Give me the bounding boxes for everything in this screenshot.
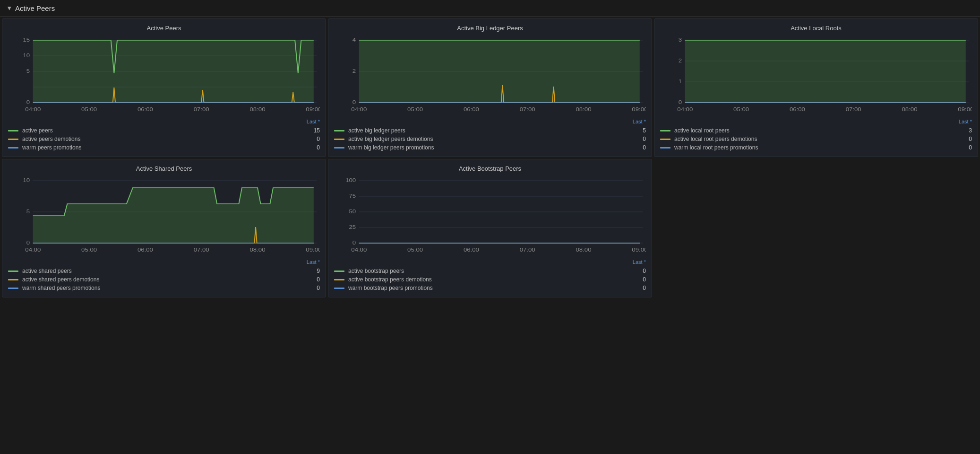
legend-value: 0 <box>969 136 972 142</box>
legend-label: active shared peers demotions <box>22 276 99 283</box>
legend-color-yellow <box>660 139 671 140</box>
svg-text:07:00: 07:00 <box>520 107 536 112</box>
chart-title-local-roots: Active Local Roots <box>660 25 972 32</box>
svg-text:25: 25 <box>349 225 356 230</box>
section-title: Active Peers <box>15 4 55 12</box>
legend-value: 0 <box>643 285 646 291</box>
svg-text:0: 0 <box>26 100 30 105</box>
legend-value: 0 <box>643 268 646 274</box>
legend-color-green <box>8 130 18 131</box>
last-label-active-peers: Last * <box>8 119 320 124</box>
last-label-local-roots: Last * <box>660 119 972 124</box>
svg-text:10: 10 <box>23 178 30 183</box>
legend-color-yellow <box>8 139 18 140</box>
legend-color-yellow <box>334 279 344 280</box>
chart-area-shared-peers: 10 5 0 04:00 05:00 06:00 07:00 08:00 09:… <box>8 176 320 256</box>
legend-color-blue <box>660 147 671 148</box>
svg-text:07:00: 07:00 <box>194 107 210 112</box>
legend-row: active bootstrap peers demotions 0 <box>334 276 646 283</box>
legend-color-blue <box>8 147 18 148</box>
legend-color-green <box>660 130 671 131</box>
legend-value: 0 <box>643 136 646 142</box>
legend-value: 9 <box>317 268 320 274</box>
chart-title-active-big-ledger-peers: Active Big Ledger Peers <box>334 25 646 32</box>
svg-text:06:00: 06:00 <box>790 107 806 112</box>
svg-text:05:00: 05:00 <box>733 107 749 112</box>
svg-text:09:00: 09:00 <box>306 107 320 112</box>
legend-row: warm big ledger peers promotions 0 <box>334 144 646 151</box>
legend-row: active shared peers demotions 0 <box>8 276 320 283</box>
legend-color-green <box>334 130 344 131</box>
legend-bootstrap-peers: active bootstrap peers 0 active bootstra… <box>334 268 646 291</box>
svg-text:05:00: 05:00 <box>81 247 97 253</box>
legend-label: active peers demotions <box>22 136 80 142</box>
svg-text:05:00: 05:00 <box>81 107 97 112</box>
svg-marker-15 <box>33 40 314 103</box>
svg-text:05:00: 05:00 <box>407 107 423 112</box>
legend-color-blue <box>334 288 344 289</box>
legend-color-green <box>334 271 344 272</box>
legend-label: warm big ledger peers promotions <box>348 144 434 151</box>
svg-text:08:00: 08:00 <box>902 107 918 112</box>
svg-text:09:00: 09:00 <box>632 247 646 253</box>
legend-label: active shared peers <box>22 268 72 274</box>
svg-text:04:00: 04:00 <box>677 107 693 112</box>
chart-area-bootstrap-peers: 100 75 50 25 0 04:00 05:00 06:00 07:00 0… <box>334 176 646 256</box>
legend-value: 0 <box>317 136 320 142</box>
legend-label: active big ledger peers <box>348 127 405 134</box>
section-header: ▾ Active Peers <box>0 0 980 17</box>
legend-row: active peers demotions 0 <box>8 136 320 142</box>
svg-text:04:00: 04:00 <box>25 247 41 253</box>
svg-text:2: 2 <box>352 69 356 74</box>
chart-title-shared-peers: Active Shared Peers <box>8 165 320 172</box>
legend-row: active bootstrap peers 0 <box>334 268 646 274</box>
legend-row: active local root peers demotions 0 <box>660 136 972 142</box>
svg-text:07:00: 07:00 <box>846 107 862 112</box>
svg-text:09:00: 09:00 <box>306 247 320 253</box>
svg-text:0: 0 <box>352 100 356 105</box>
last-label-bootstrap-peers: Last * <box>334 259 646 265</box>
legend-row: warm local root peers promotions 0 <box>660 144 972 151</box>
chart-title-active-peers: Active Peers <box>8 25 320 32</box>
legend-value: 5 <box>643 127 646 134</box>
svg-text:05:00: 05:00 <box>407 247 423 253</box>
svg-text:06:00: 06:00 <box>464 247 480 253</box>
svg-text:06:00: 06:00 <box>138 107 154 112</box>
legend-row: active big ledger peers demotions 0 <box>334 136 646 142</box>
legend-local-roots: active local root peers 3 active local r… <box>660 127 972 151</box>
chart-area-big-ledger: 4 2 0 04:00 05:00 06:00 07:00 08:00 09:0… <box>334 35 646 116</box>
chart-title-bootstrap-peers: Active Bootstrap Peers <box>334 165 646 172</box>
legend-label: active local root peers demotions <box>674 136 757 142</box>
svg-text:04:00: 04:00 <box>351 107 367 112</box>
svg-text:04:00: 04:00 <box>351 247 367 253</box>
svg-text:1: 1 <box>679 79 682 84</box>
svg-text:75: 75 <box>349 193 356 199</box>
svg-text:07:00: 07:00 <box>194 247 210 253</box>
legend-label: active peers <box>22 127 53 134</box>
svg-text:100: 100 <box>345 178 356 183</box>
svg-text:08:00: 08:00 <box>576 247 592 253</box>
legend-value: 0 <box>643 144 646 151</box>
chart-active-local-roots: Active Local Roots 3 2 1 0 04:00 05:00 0… <box>654 18 978 157</box>
legend-label: warm peers promotions <box>22 144 81 151</box>
legend-color-yellow <box>334 139 344 140</box>
svg-text:06:00: 06:00 <box>138 247 154 253</box>
svg-text:09:00: 09:00 <box>958 107 972 112</box>
legend-shared-peers: active shared peers 9 active shared peer… <box>8 268 320 291</box>
svg-text:5: 5 <box>26 209 30 214</box>
legend-value: 0 <box>969 144 972 151</box>
svg-text:3: 3 <box>679 37 682 43</box>
legend-value: 3 <box>969 127 972 134</box>
legend-label: active bootstrap peers <box>348 268 404 274</box>
svg-text:0: 0 <box>26 240 30 245</box>
legend-row: active peers 15 <box>8 127 320 134</box>
svg-text:2: 2 <box>679 58 682 63</box>
svg-text:15: 15 <box>23 37 30 43</box>
legend-label: warm local root peers promotions <box>674 144 758 151</box>
svg-text:08:00: 08:00 <box>250 107 266 112</box>
legend-value: 0 <box>643 276 646 283</box>
legend-row: active local root peers 3 <box>660 127 972 134</box>
collapse-icon[interactable]: ▾ <box>8 4 11 12</box>
legend-color-blue <box>8 288 18 289</box>
svg-text:0: 0 <box>679 100 682 105</box>
